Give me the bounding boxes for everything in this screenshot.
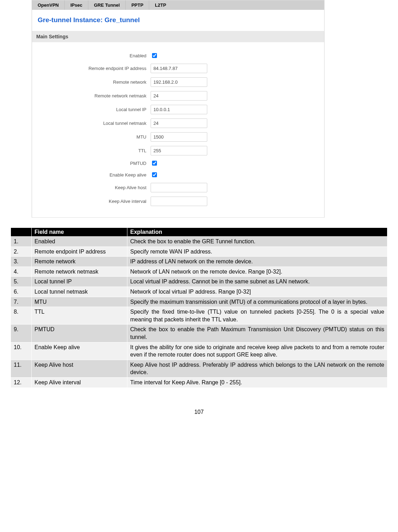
table-row: 8.TTLSpecify the fixed time-to-live (TTL… <box>11 307 387 325</box>
field-control <box>151 132 207 142</box>
form-row: Keep Alive interval <box>32 197 324 206</box>
table-row: 2.Remote endpoint IP addressSpecify remo… <box>11 246 387 257</box>
text-input[interactable] <box>151 197 207 206</box>
field-control <box>151 146 207 155</box>
form-row: PMTUD <box>32 160 324 167</box>
text-input[interactable] <box>151 132 207 142</box>
row-explanation: Time interval for Keep Alive. Range [0 -… <box>127 377 387 387</box>
row-field-name: MTU <box>32 297 127 307</box>
field-explanation-table: Field name Explanation 1.EnabledCheck th… <box>11 227 387 388</box>
text-input[interactable] <box>151 183 207 192</box>
field-control <box>151 91 207 101</box>
main-settings-form: EnabledRemote endpoint IP addressRemote … <box>32 42 324 217</box>
field-label: Keep Alive host <box>32 185 151 190</box>
form-row: Local tunnel IP <box>32 105 324 114</box>
section-header-main-settings: Main Settings <box>32 31 324 42</box>
row-explanation: Check the box to enable the Path Maximum… <box>127 325 387 342</box>
field-label: Remote endpoint IP address <box>32 66 151 71</box>
checkbox-input[interactable] <box>152 53 157 58</box>
checkbox-input[interactable] <box>152 161 157 166</box>
page-title: Gre-tunnel Instance: Gre_tunnel <box>38 16 318 24</box>
table-row: 4.Remote network netmaskNetwork of LAN n… <box>11 267 387 277</box>
form-row: Remote network netmask <box>32 91 324 101</box>
field-control <box>151 171 158 179</box>
row-explanation: Network of local virtual IP address. Ran… <box>127 287 387 297</box>
table-row: 12.Keep Alive intervalTime interval for … <box>11 377 387 387</box>
field-control <box>151 64 207 73</box>
field-label: TTL <box>32 148 151 153</box>
row-explanation: Network of LAN network on the remote dev… <box>127 267 387 277</box>
row-explanation: IP address of LAN network on the remote … <box>127 257 387 267</box>
row-field-name: Local tunnel netmask <box>32 287 127 297</box>
row-field-name: Enable Keep alive <box>32 342 127 360</box>
row-field-name: TTL <box>32 307 127 325</box>
table-row: 10.Enable Keep aliveIt gives the ability… <box>11 342 387 360</box>
table-row: 7.MTUSpecify the maximum transmission un… <box>11 297 387 307</box>
tab-openvpn[interactable]: OpenVPN <box>32 0 65 10</box>
field-control <box>151 118 207 128</box>
field-label: Enabled <box>32 53 151 58</box>
row-explanation: Local virtual IP address. Cannot be in t… <box>127 277 387 287</box>
form-row: MTU <box>32 132 324 142</box>
router-config-screenshot: OpenVPN IPsec GRE Tunnel PPTP L2TP Gre-t… <box>32 0 324 218</box>
tab-pptp[interactable]: PPTP <box>126 0 149 10</box>
row-number: 5. <box>11 277 32 287</box>
form-row: Remote endpoint IP address <box>32 64 324 73</box>
tab-gre-tunnel[interactable]: GRE Tunnel <box>88 0 126 10</box>
field-label: Local tunnel netmask <box>32 121 151 126</box>
row-field-name: Remote network <box>32 257 127 267</box>
row-number: 7. <box>11 297 32 307</box>
table-row: 6.Local tunnel netmaskNetwork of local v… <box>11 287 387 297</box>
row-field-name: Local tunnel IP <box>32 277 127 287</box>
text-input[interactable] <box>151 146 207 155</box>
text-input[interactable] <box>151 105 207 114</box>
table-row: 11.Keep Alive hostKeep Alive host IP add… <box>11 360 387 377</box>
field-label: PMTUD <box>32 161 151 166</box>
row-number: 11. <box>11 360 32 377</box>
field-label: Remote network netmask <box>32 93 151 98</box>
field-label: Local tunnel IP <box>32 107 151 112</box>
row-number: 2. <box>11 246 32 257</box>
table-row: 5.Local tunnel IPLocal virtual IP addres… <box>11 277 387 287</box>
field-control <box>151 52 158 59</box>
form-row: Local tunnel netmask <box>32 118 324 128</box>
form-row: Keep Alive host <box>32 183 324 192</box>
row-explanation: Specify the fixed time-to-live (TTL) val… <box>127 307 387 325</box>
table-row: 3.Remote networkIP address of LAN networ… <box>11 257 387 267</box>
row-number: 8. <box>11 307 32 325</box>
row-explanation: Keep Alive host IP address. Preferably I… <box>127 360 387 377</box>
text-input[interactable] <box>151 77 207 87</box>
form-row: Enabled <box>32 52 324 59</box>
row-number: 3. <box>11 257 32 267</box>
table-header-num <box>11 228 32 237</box>
row-field-name: Keep Alive host <box>32 360 127 377</box>
form-row: TTL <box>32 146 324 155</box>
vpn-tabs: OpenVPN IPsec GRE Tunnel PPTP L2TP <box>32 0 324 10</box>
field-control <box>151 77 207 87</box>
field-control <box>151 197 207 206</box>
table-row: 9.PMTUDCheck the box to enable the Path … <box>11 325 387 342</box>
field-label: Enable Keep alive <box>32 172 151 178</box>
form-row: Enable Keep alive <box>32 171 324 179</box>
row-explanation: Check the box to enable the GRE Tunnel f… <box>127 237 387 247</box>
row-explanation: Specify remote WAN IP address. <box>127 246 387 257</box>
page-number: 107 <box>11 409 387 415</box>
row-number: 1. <box>11 237 32 247</box>
field-control <box>151 105 207 114</box>
field-label: MTU <box>32 134 151 140</box>
row-number: 9. <box>11 325 32 342</box>
table-header-field: Field name <box>32 228 127 237</box>
checkbox-input[interactable] <box>152 172 157 177</box>
row-number: 6. <box>11 287 32 297</box>
text-input[interactable] <box>151 91 207 101</box>
table-header-explanation: Explanation <box>127 228 387 237</box>
tab-l2tp[interactable]: L2TP <box>149 0 172 10</box>
tab-ipsec[interactable]: IPsec <box>65 0 88 10</box>
text-input[interactable] <box>151 118 207 128</box>
row-field-name: Keep Alive interval <box>32 377 127 387</box>
row-field-name: Enabled <box>32 237 127 247</box>
row-number: 10. <box>11 342 32 360</box>
field-control <box>151 160 158 167</box>
field-label: Keep Alive interval <box>32 199 151 204</box>
text-input[interactable] <box>151 64 207 73</box>
